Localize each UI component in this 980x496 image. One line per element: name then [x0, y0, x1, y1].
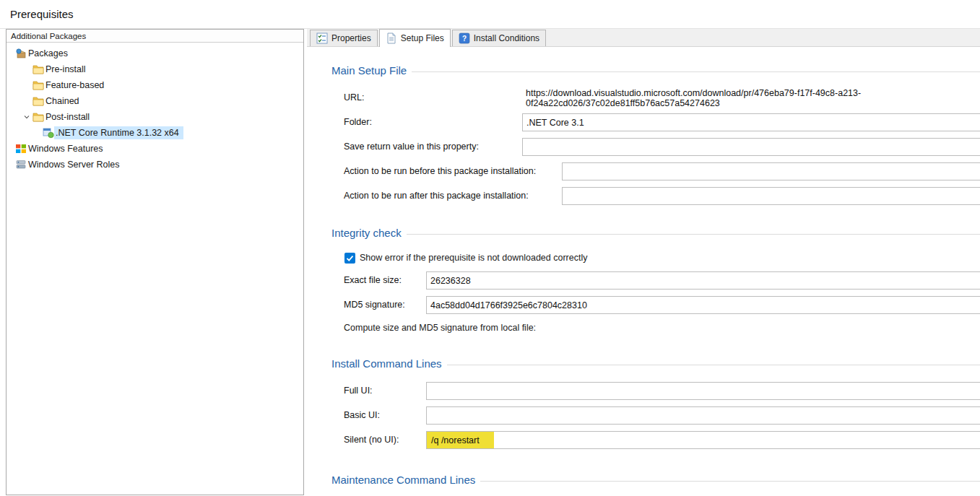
section-rule — [412, 71, 980, 72]
file-size-label: Exact file size: — [344, 275, 402, 285]
tree-item-netcore-runtime[interactable]: .NET Core Runtime 3.1.32 x64 — [6, 125, 303, 141]
full-ui-row: Full UI: — [331, 378, 980, 403]
folder-input[interactable] — [522, 113, 980, 131]
tree-item-pre-install[interactable]: Pre-install — [6, 61, 303, 77]
windows-server-roles-icon — [15, 159, 27, 170]
tree-item-windows-features[interactable]: Windows Features — [6, 141, 303, 157]
chevron-down-icon[interactable] — [21, 111, 32, 123]
tab-setup-files[interactable]: Setup Files — [379, 29, 451, 47]
section-integrity-check: Integrity check — [331, 227, 980, 239]
section-title: Main Setup File — [331, 64, 407, 77]
section-main-setup-file: Main Setup File — [331, 64, 980, 77]
properties-icon — [316, 32, 328, 44]
sidebar: Additional Packages Packages Pre-install… — [6, 29, 304, 495]
section-title: Maintenance Command Lines — [331, 474, 475, 486]
section-rule — [480, 481, 980, 482]
section-rule — [447, 365, 980, 365]
url-label: URL: — [344, 92, 364, 103]
install-conditions-icon: ? — [459, 32, 470, 44]
packages-tree: Packages Pre-install Feature-based Chain… — [6, 43, 303, 173]
silent-input[interactable]: /q /norestart — [426, 431, 980, 449]
detail-pane: Properties Setup Files ? Install Conditi… — [307, 29, 980, 495]
url-row: URL: https://download.visualstudio.micro… — [331, 85, 980, 110]
section-title: Integrity check — [331, 227, 402, 239]
compute-row: Compute size and MD5 signature from loca… — [331, 317, 980, 339]
action-before-row: Action to be run before this package ins… — [331, 159, 980, 183]
tree-item-label: .NET Core Runtime 3.1.32 x64 — [56, 128, 179, 138]
action-after-row: Action to be run after this package inst… — [331, 183, 980, 208]
folder-icon — [32, 111, 44, 123]
tree-item-label: Pre-install — [45, 64, 86, 74]
tab-install-conditions[interactable]: ? Install Conditions — [452, 30, 546, 46]
folder-icon — [32, 79, 44, 91]
tree-item-label: Chained — [45, 96, 79, 106]
folder-icon — [32, 95, 44, 107]
packages-icon — [15, 48, 27, 59]
folder-row: Folder: — [331, 110, 980, 134]
file-size-input[interactable] — [426, 271, 980, 290]
setup-files-panel: Main Setup File URL: https://download.vi… — [307, 47, 980, 495]
sidebar-header: Additional Packages — [6, 30, 303, 43]
tree-item-post-install[interactable]: Post-install — [6, 109, 303, 125]
show-error-label: Show error if the prerequisite is not do… — [360, 253, 587, 263]
section-title: Install Command Lines — [331, 357, 442, 370]
tree-item-feature-based[interactable]: Feature-based — [6, 77, 303, 93]
tree-item-label: Windows Features — [28, 144, 103, 154]
save-return-input[interactable] — [522, 138, 980, 156]
section-rule — [407, 234, 980, 235]
md5-row: MD5 signature: — [331, 292, 980, 317]
file-size-row: Exact file size: — [331, 268, 980, 292]
action-after-label: Action to be run after this package inst… — [344, 191, 529, 201]
tab-bar: Properties Setup Files ? Install Conditi… — [307, 29, 980, 47]
folder-label: Folder: — [344, 117, 372, 127]
tab-label: Install Conditions — [474, 33, 539, 43]
silent-label: Silent (no UI): — [344, 435, 399, 445]
full-ui-label: Full UI: — [344, 386, 373, 396]
md5-label: MD5 signature: — [344, 300, 405, 310]
url-input[interactable]: https://download.visualstudio.microsoft.… — [522, 89, 980, 107]
compute-label: Compute size and MD5 signature from loca… — [344, 323, 536, 333]
tab-label: Properties — [331, 33, 371, 43]
full-ui-input[interactable] — [426, 382, 980, 400]
page-title: Prerequisites — [0, 0, 980, 29]
windows-features-icon — [15, 143, 27, 155]
basic-ui-input[interactable] — [426, 406, 980, 425]
tree-item-label: Packages — [28, 48, 68, 58]
tree-item-label: Feature-based — [45, 80, 104, 90]
folder-icon — [32, 64, 44, 75]
main-area: Additional Packages Packages Pre-install… — [0, 29, 980, 495]
action-before-label: Action to be run before this package ins… — [344, 166, 536, 176]
setup-files-icon — [386, 32, 397, 44]
tree-item-windows-server-roles[interactable]: Windows Server Roles — [6, 157, 303, 173]
save-return-label: Save return value in this property: — [344, 142, 479, 152]
tree-item-label: Post-install — [45, 112, 90, 122]
show-error-row: Show error if the prerequisite is not do… — [331, 248, 980, 268]
silent-highlighted-value: /q /norestart — [427, 432, 494, 448]
tree-item-packages[interactable]: Packages — [6, 45, 303, 61]
tree-item-chained[interactable]: Chained — [6, 93, 303, 109]
action-after-input[interactable] — [562, 187, 980, 205]
save-return-row: Save return value in this property: — [331, 134, 980, 159]
section-maintenance-command-lines: Maintenance Command Lines — [331, 474, 980, 486]
show-error-checkbox[interactable] — [344, 253, 355, 264]
action-before-input[interactable] — [562, 162, 980, 180]
section-install-command-lines: Install Command Lines — [331, 357, 980, 370]
md5-input[interactable] — [426, 296, 980, 314]
tab-properties[interactable]: Properties — [310, 30, 378, 46]
netcore-package-icon — [43, 127, 54, 139]
basic-ui-label: Basic UI: — [344, 410, 380, 420]
tree-item-label: Windows Server Roles — [28, 160, 119, 170]
tab-label: Setup Files — [401, 33, 444, 43]
svg-text:?: ? — [462, 35, 467, 43]
silent-row: Silent (no UI): /q /norestart — [331, 427, 980, 452]
basic-ui-row: Basic UI: — [331, 403, 980, 427]
